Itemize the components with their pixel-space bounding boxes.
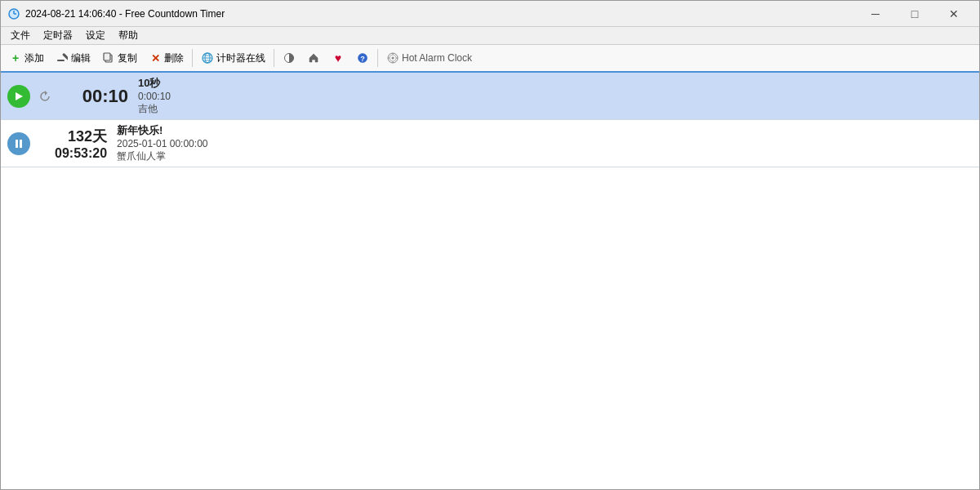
svg-text:?: ? <box>360 55 365 63</box>
svg-rect-6 <box>104 53 110 60</box>
menu-settings[interactable]: 设定 <box>79 27 112 44</box>
online-button[interactable]: 计时器在线 <box>196 49 270 68</box>
delete-label: 删除 <box>164 51 184 65</box>
separator-3 <box>377 49 378 67</box>
toolbar: + 添加 编辑 复制 ✕ 删除 <box>1 45 979 73</box>
content-area: 00:10 10秒 0:00:10 吉他 132天 <box>1 73 979 489</box>
hot-alarm-icon <box>386 51 399 65</box>
svg-rect-4 <box>62 53 68 60</box>
main-window: 2024-08-21 14:06:40 - Free Countdown Tim… <box>0 0 980 490</box>
menu-help[interactable]: 帮助 <box>112 27 145 44</box>
copy-icon <box>102 51 115 65</box>
timer-2-sound: 蟹爪仙人掌 <box>117 149 207 163</box>
pause-button-2[interactable] <box>7 132 30 155</box>
title-bar: 2024-08-21 14:06:40 - Free Countdown Tim… <box>1 1 979 27</box>
separator-2 <box>274 49 274 67</box>
menu-file[interactable]: 文件 <box>4 27 37 44</box>
globe-icon <box>201 51 214 65</box>
edit-icon <box>56 51 69 65</box>
hot-alarm-button[interactable]: Hot Alarm Clock <box>381 49 477 67</box>
timer-row-1: 00:10 10秒 0:00:10 吉他 <box>1 73 979 120</box>
edit-button[interactable]: 编辑 <box>51 49 96 68</box>
separator-1 <box>192 49 193 67</box>
minimize-button[interactable]: ─ <box>857 2 894 25</box>
half-button[interactable] <box>278 49 301 67</box>
svg-marker-23 <box>45 91 47 96</box>
timer-row-2: 132天 09:53:20 新年快乐! 2025-01-01 00:00:00 … <box>1 120 979 167</box>
refresh-icon-1[interactable] <box>35 87 55 106</box>
delete-icon: ✕ <box>149 51 162 65</box>
maximize-button[interactable]: □ <box>896 2 933 25</box>
copy-button[interactable]: 复制 <box>97 49 142 68</box>
hot-alarm-label: Hot Alarm Clock <box>402 52 472 64</box>
delete-button[interactable]: ✕ 删除 <box>144 49 189 68</box>
window-controls: ─ □ ✕ <box>857 2 973 25</box>
svg-rect-3 <box>57 60 65 61</box>
svg-point-17 <box>392 57 394 60</box>
timer-2-details: 新年快乐! 2025-01-01 00:00:00 蟹爪仙人掌 <box>117 123 207 163</box>
close-button[interactable]: ✕ <box>935 2 973 25</box>
add-icon: + <box>9 51 22 65</box>
timer-2-time-large: 132天 09:53:20 <box>55 127 107 161</box>
svg-rect-24 <box>16 140 18 148</box>
timer-1-time: 00:10 <box>55 86 128 107</box>
heart-icon: ♥ <box>332 51 345 65</box>
window-icon <box>7 7 20 20</box>
play-button-1[interactable] <box>7 85 30 108</box>
timer-1-sub: 0:00:10 <box>138 91 171 102</box>
timer-1-sound: 吉他 <box>138 102 171 116</box>
add-label: 添加 <box>24 51 44 65</box>
online-label: 计时器在线 <box>216 51 265 65</box>
timer-2-label: 新年快乐! <box>117 123 207 138</box>
edit-label: 编辑 <box>71 51 91 65</box>
copy-label: 复制 <box>118 51 137 65</box>
add-button[interactable]: + 添加 <box>4 49 49 68</box>
heart-button[interactable]: ♥ <box>327 49 350 67</box>
svg-rect-25 <box>20 140 22 148</box>
timer-2-sub: 2025-01-01 00:00:00 <box>117 138 207 149</box>
half-circle-icon <box>283 51 296 65</box>
timer-2-hms: 09:53:20 <box>55 146 107 161</box>
help-icon: ? <box>356 51 369 65</box>
home-button[interactable] <box>302 49 325 67</box>
svg-marker-22 <box>16 92 23 100</box>
home-icon <box>307 51 320 65</box>
menu-timer[interactable]: 定时器 <box>37 27 79 44</box>
window-title: 2024-08-21 14:06:40 - Free Countdown Tim… <box>25 8 857 20</box>
timer-1-label: 10秒 <box>138 76 171 91</box>
timer-1-details: 10秒 0:00:10 吉他 <box>138 76 171 116</box>
help-button[interactable]: ? <box>351 49 374 67</box>
timer-2-days: 132天 <box>68 127 107 146</box>
menu-bar: 文件 定时器 设定 帮助 <box>1 27 979 45</box>
timer-list: 00:10 10秒 0:00:10 吉他 132天 <box>1 73 979 167</box>
